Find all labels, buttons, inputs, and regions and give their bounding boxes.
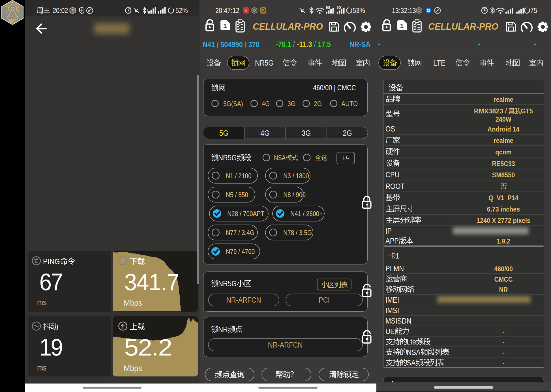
svg-text:PRO: PRO: [9, 20, 16, 23]
